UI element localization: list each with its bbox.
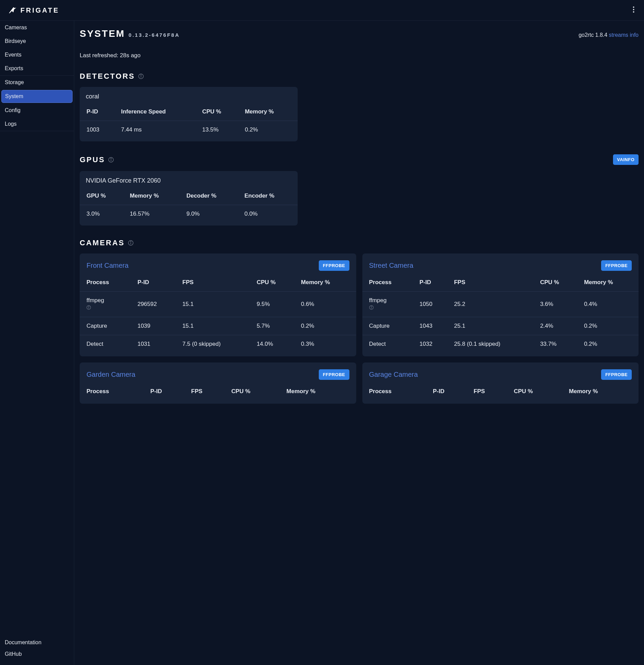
svg-point-5	[141, 75, 141, 75]
cell: 3.6%	[535, 292, 579, 317]
cell: 3.0%	[80, 205, 125, 223]
main-content: SYSTEM 0.13.2-6476F8A go2rtc 1.8.4 strea…	[74, 21, 644, 665]
sidebar-item-events[interactable]: Events	[0, 48, 74, 62]
cell: 5.7%	[252, 317, 296, 335]
camera-name-link[interactable]: Street Camera	[369, 262, 413, 269]
camera-card: Garden CameraFFPROBEProcessP-IDFPSCPU %M…	[80, 362, 356, 404]
col-header: Memory %	[240, 103, 298, 121]
info-icon[interactable]	[369, 305, 374, 310]
streams-info-link[interactable]: streams info	[609, 32, 639, 38]
svg-point-14	[89, 306, 89, 307]
col-header: FPS	[177, 274, 252, 292]
gpus-heading: GPUS	[80, 155, 105, 164]
col-header: Memory %	[296, 274, 356, 292]
footer-link-documentation[interactable]: Documentation	[0, 637, 74, 648]
cell: 0.2%	[296, 317, 356, 335]
col-header: P-ID	[146, 383, 187, 400]
cell: 296592	[133, 292, 178, 317]
cell: 25.2	[449, 292, 535, 317]
cell: 15.1	[177, 292, 252, 317]
col-header: Memory %	[282, 383, 356, 400]
sidebar-item-system[interactable]: System	[1, 90, 73, 103]
cell: 7.44 ms	[116, 121, 197, 139]
col-header: FPS	[449, 274, 535, 292]
cell: 0.3%	[296, 335, 356, 353]
sidebar-item-cameras[interactable]: Cameras	[0, 21, 74, 34]
col-header: CPU %	[252, 274, 296, 292]
ffprobe-button[interactable]: FFPROBE	[601, 369, 632, 380]
sidebar-item-config[interactable]: Config	[0, 104, 74, 117]
cell: 1032	[415, 335, 449, 353]
col-header: CPU %	[226, 383, 282, 400]
cell: 0.2%	[579, 335, 639, 353]
camera-card: Garage CameraFFPROBEProcessP-IDFPSCPU %M…	[362, 362, 639, 404]
more-menu-icon[interactable]	[631, 5, 636, 16]
cell: 0.2%	[579, 317, 639, 335]
app-name: FRIGATE	[20, 6, 59, 14]
col-header: Inference Speed	[116, 103, 197, 121]
detector-name: coral	[80, 93, 298, 103]
cell: 1050	[415, 292, 449, 317]
logo[interactable]: FRIGATE	[8, 6, 59, 15]
sidebar: CamerasBirdseyeEventsExports StorageSyst…	[0, 21, 74, 665]
vainfo-button[interactable]: VAINFO	[613, 154, 639, 165]
sidebar-item-storage[interactable]: Storage	[0, 76, 74, 89]
cell: 1043	[415, 317, 449, 335]
ffprobe-button[interactable]: FFPROBE	[601, 260, 632, 271]
version-label: 0.13.2-6476F8A	[129, 32, 180, 38]
svg-point-11	[131, 242, 131, 242]
cell: 0.0%	[240, 205, 298, 223]
info-icon[interactable]	[87, 305, 91, 310]
col-header: Process	[362, 383, 428, 400]
detectors-heading: DETECTORS	[80, 72, 135, 81]
cell: 9.0%	[182, 205, 239, 223]
cell: 0.4%	[579, 292, 639, 317]
col-header: GPU %	[80, 187, 125, 205]
footer-link-github[interactable]: GitHub	[0, 648, 74, 660]
col-header: CPU %	[198, 103, 240, 121]
cell: 13.5%	[198, 121, 240, 139]
sidebar-item-exports[interactable]: Exports	[0, 62, 74, 75]
cell: 2.4%	[535, 317, 579, 335]
svg-point-1	[633, 9, 634, 10]
cell: 25.1	[449, 317, 535, 335]
ffprobe-button[interactable]: FFPROBE	[319, 260, 349, 271]
cell: 7.5 (0 skipped)	[177, 335, 252, 353]
process-cell: Capture	[80, 317, 133, 335]
cell: 1031	[133, 335, 178, 353]
svg-point-8	[111, 158, 111, 158]
sidebar-item-birdseye[interactable]: Birdseye	[0, 34, 74, 48]
camera-name-link[interactable]: Garden Camera	[87, 371, 135, 378]
frigate-logo-icon	[8, 6, 17, 15]
col-header: Memory %	[579, 274, 639, 292]
cell: 33.7%	[535, 335, 579, 353]
svg-point-17	[371, 306, 371, 307]
info-icon[interactable]	[108, 157, 114, 163]
col-header: P-ID	[80, 103, 116, 121]
cell: 14.0%	[252, 335, 296, 353]
process-cell: Capture	[362, 317, 415, 335]
col-header: P-ID	[133, 274, 178, 292]
col-header: Memory %	[125, 187, 182, 205]
detector-card: coralP-IDInference SpeedCPU %Memory %100…	[80, 87, 298, 141]
col-header: CPU %	[535, 274, 579, 292]
cell: 1039	[133, 317, 178, 335]
info-icon[interactable]	[128, 240, 133, 246]
col-header: P-ID	[415, 274, 449, 292]
svg-point-2	[633, 11, 634, 13]
cell: 9.5%	[252, 292, 296, 317]
sidebar-item-logs[interactable]: Logs	[0, 117, 74, 131]
col-header: Memory %	[564, 383, 639, 400]
col-header: Encoder %	[240, 187, 298, 205]
col-header: FPS	[469, 383, 509, 400]
col-header: Process	[80, 274, 133, 292]
cameras-heading: CAMERAS	[80, 238, 125, 247]
camera-name-link[interactable]: Front Camera	[87, 262, 128, 269]
process-cell: ffmpeg	[362, 292, 415, 317]
cell: 16.57%	[125, 205, 182, 223]
right-info: go2rtc 1.8.4 streams info	[579, 32, 639, 38]
camera-name-link[interactable]: Garage Camera	[369, 371, 418, 378]
info-icon[interactable]	[138, 74, 144, 79]
ffprobe-button[interactable]: FFPROBE	[319, 369, 349, 380]
last-refreshed: Last refreshed: 28s ago	[80, 52, 639, 59]
